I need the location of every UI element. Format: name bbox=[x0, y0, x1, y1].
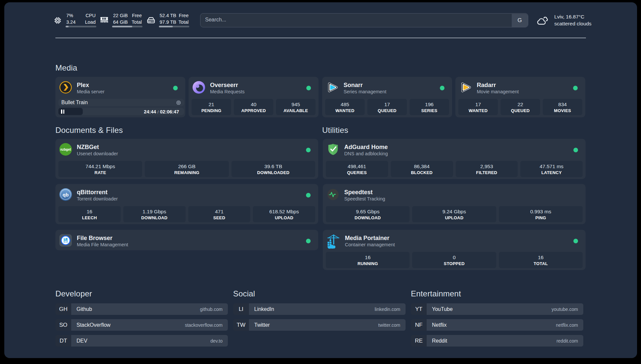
svg-text:qb: qb bbox=[63, 192, 69, 197]
svg-text:nzbget: nzbget bbox=[60, 148, 71, 151]
